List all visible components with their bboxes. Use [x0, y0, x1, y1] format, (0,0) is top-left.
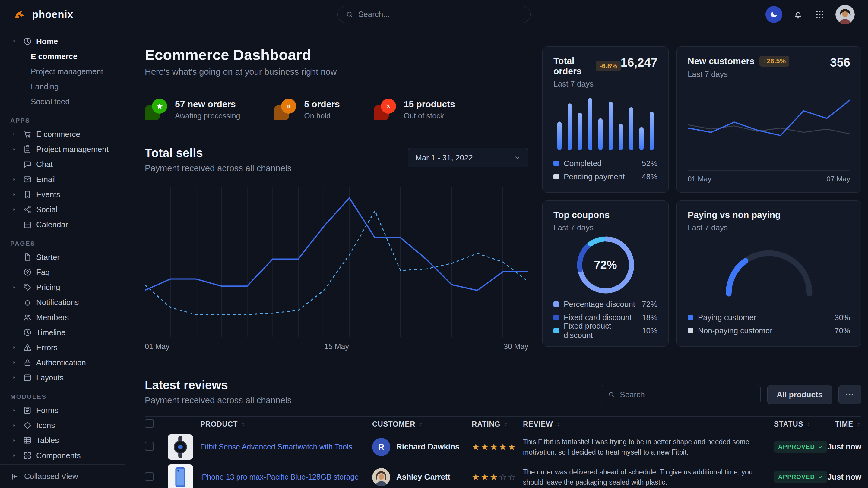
trend-badge: +26.5% — [760, 56, 789, 67]
sidebar-item-errors[interactable]: Errors — [0, 340, 125, 355]
legend-value: 10% — [642, 326, 657, 335]
sidebar-item-starter[interactable]: Starter — [0, 250, 125, 265]
date-range-select[interactable]: Mar 1 - 31, 2022 — [408, 148, 528, 167]
row-checkbox[interactable] — [145, 472, 154, 481]
sidebar-item-home[interactable]: Home — [0, 34, 125, 49]
sidebar-item-events[interactable]: Events — [0, 187, 125, 202]
stat-out-of-stock: 15 products Out of stock — [374, 99, 455, 121]
caret-right-icon — [10, 406, 19, 415]
main-content: Ecommerce Dashboard Here's what's going … — [125, 29, 868, 488]
sort-icon[interactable] — [856, 422, 861, 427]
sort-icon[interactable] — [556, 422, 561, 427]
customer-avatar — [372, 468, 390, 486]
legend-item-pending-payment: Pending payment 48% — [553, 170, 657, 183]
sidebar-item-components[interactable]: Components — [0, 448, 125, 463]
all-products-button[interactable]: All products — [767, 385, 832, 404]
clipboard-icon — [23, 145, 32, 154]
caret-right-icon — [10, 145, 19, 154]
global-search[interactable] — [338, 6, 530, 23]
column-header-customer[interactable]: CUSTOMER — [372, 420, 472, 428]
sidebar-item-social[interactable]: Social — [0, 202, 125, 217]
page-title: Ecommerce Dashboard — [145, 46, 528, 63]
sidebar-subitem-project-management[interactable]: Project management — [0, 64, 125, 79]
collapsed-view-toggle[interactable]: Collapsed View — [0, 464, 125, 488]
sidebar-section-pages: PAGES — [0, 240, 125, 247]
sort-icon[interactable] — [503, 422, 508, 427]
sidebar-item-calendar[interactable]: Calendar — [0, 217, 125, 232]
caret-down-icon — [10, 37, 19, 46]
sidebar-item-timeline[interactable]: Timeline — [0, 325, 125, 340]
sort-icon[interactable] — [241, 422, 246, 427]
table-header-row: PRODUCT CUSTOMER RATING REVIEW STATUS TI… — [145, 416, 861, 432]
product-link[interactable]: iPhone 13 pro max-Pacific Blue-128GB sto… — [200, 473, 359, 481]
collapse-icon — [10, 472, 19, 481]
sort-icon[interactable] — [806, 422, 811, 427]
sidebar-item-pricing[interactable]: Pricing — [0, 280, 125, 295]
file-icon — [23, 253, 32, 262]
search-input[interactable] — [358, 10, 522, 19]
reviews-search-input[interactable] — [620, 390, 754, 399]
caret-right-icon — [10, 190, 19, 199]
column-header-review[interactable]: REVIEW — [523, 420, 774, 428]
product-thumbnail[interactable] — [168, 434, 193, 460]
card-period: Last 7 days — [688, 70, 789, 79]
legend-label: Fixed product discount — [564, 321, 637, 340]
reviews-title: Latest reviews — [145, 378, 292, 392]
sidebar-item-members[interactable]: Members — [0, 310, 125, 325]
reviews-search[interactable] — [601, 385, 761, 404]
column-header-product[interactable]: PRODUCT — [164, 420, 372, 428]
more-options-button[interactable]: ... — [838, 385, 861, 404]
card-period: Last 7 days — [553, 223, 610, 232]
sidebar-item-project-management[interactable]: Project management — [0, 142, 125, 157]
review-text: This Fitbit is fantastic! I was trying t… — [523, 437, 774, 457]
caret-right-icon — [10, 421, 19, 430]
sidebar-item-faq[interactable]: Faq — [0, 265, 125, 280]
total-sells-axis-labels: 01 May15 May30 May — [145, 342, 528, 351]
theme-toggle-button[interactable] — [766, 6, 782, 23]
customer-avatar: R — [372, 438, 390, 456]
sidebar-subitem-landing[interactable]: Landing — [0, 79, 125, 94]
product-link[interactable]: Fitbit Sense Advanced Smartwatch with To… — [200, 443, 363, 451]
stat-value: 15 products — [404, 99, 455, 109]
column-header-status[interactable]: STATUS — [774, 420, 827, 428]
sidebar-item-authentication[interactable]: Authentication — [0, 355, 125, 370]
sidebar-item-layouts[interactable]: Layouts — [0, 370, 125, 385]
brand[interactable]: phoenix — [13, 7, 73, 22]
column-header-rating[interactable]: RATING — [472, 420, 523, 428]
sidebar-item-icons[interactable]: Icons — [0, 418, 125, 433]
product-thumbnail[interactable] — [168, 464, 193, 488]
caret-right-icon — [10, 358, 19, 367]
sidebar-item-email[interactable]: Email — [0, 172, 125, 187]
x-axis-label: 07 May — [826, 175, 850, 183]
sidebar-item-forms[interactable]: Forms — [0, 403, 125, 418]
sort-icon[interactable] — [418, 422, 424, 427]
sidebar-item-label: Notifications — [36, 298, 79, 307]
row-checkbox[interactable] — [145, 442, 154, 451]
legend-value: 30% — [835, 313, 850, 322]
column-header-time[interactable]: TIME — [827, 420, 861, 428]
card-title: Total orders — [553, 56, 591, 76]
search-icon — [608, 391, 615, 398]
sidebar-item-chat[interactable]: Chat — [0, 157, 125, 172]
legend-value: 18% — [642, 313, 657, 322]
sidebar-item-e-commerce[interactable]: E commerce — [0, 127, 125, 142]
legend-item-percentage-discount: Percentage discount 72% — [553, 297, 657, 311]
form-icon — [23, 406, 32, 415]
sidebar-subitem-e-commerce[interactable]: E commerce — [0, 49, 125, 64]
review-time: Just now — [827, 472, 861, 482]
apps-grid-button[interactable] — [814, 8, 826, 21]
user-avatar[interactable] — [835, 5, 855, 24]
select-all-checkbox[interactable] — [145, 419, 154, 428]
caret-right-icon — [10, 451, 19, 460]
bell-icon — [23, 298, 32, 307]
sidebar-item-tables[interactable]: Tables — [0, 433, 125, 448]
layout-icon — [23, 373, 32, 382]
brand-name: phoenix — [32, 8, 73, 21]
x-axis-label: 01 May — [145, 342, 169, 351]
sidebar-item-label: Components — [36, 451, 81, 460]
sidebar-item-notifications[interactable]: Notifications — [0, 295, 125, 310]
sidebar-subitem-social-feed[interactable]: Social feed — [0, 94, 125, 109]
caret-placeholder — [10, 328, 19, 337]
notifications-button[interactable] — [792, 8, 804, 21]
pause-icon — [274, 99, 296, 121]
